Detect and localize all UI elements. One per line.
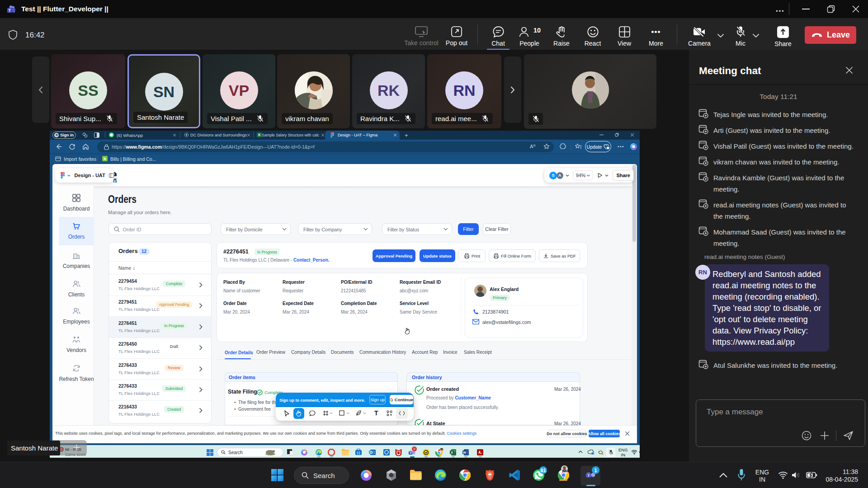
svg-text:T: T xyxy=(588,474,590,478)
svg-text:!: ! xyxy=(608,146,609,149)
svg-text:T: T xyxy=(410,451,412,455)
svg-text:T: T xyxy=(9,8,11,13)
svg-text:X: X xyxy=(451,450,453,455)
svg-text:W: W xyxy=(463,450,467,455)
